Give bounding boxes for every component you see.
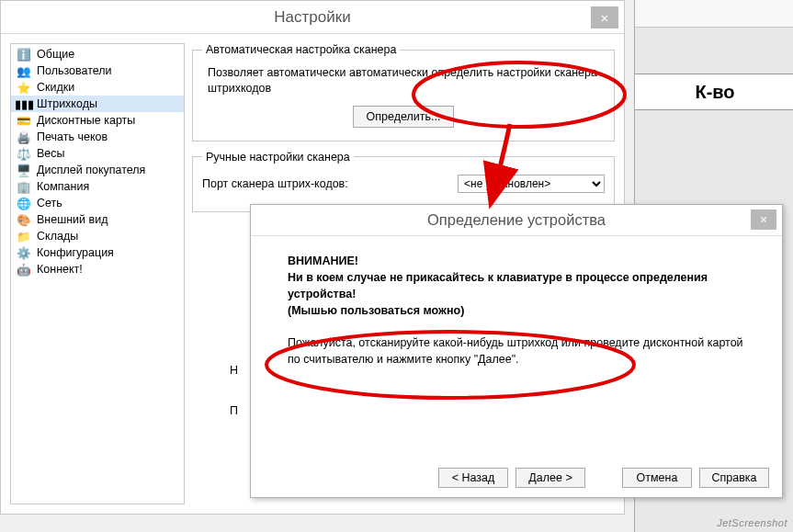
- sidebar-icon: 🌐: [17, 196, 31, 210]
- warn-line2: (Мышью пользоваться можно): [288, 304, 464, 317]
- next-button[interactable]: Далее >: [515, 468, 585, 488]
- sidebar-icon: ⚙️: [17, 245, 31, 260]
- sidebar-item-7[interactable]: 🖥️Дисплей покупателя: [11, 162, 184, 178]
- sidebar-label: Конфигурация: [37, 246, 114, 259]
- sidebar-item-4[interactable]: 💳Дисконтные карты: [11, 112, 184, 129]
- settings-title: Настройки: [274, 8, 350, 27]
- port-row: Порт сканера штрих-кодов: <не установлен…: [202, 175, 605, 193]
- sidebar-item-13[interactable]: 🤖Коннект!: [11, 261, 184, 277]
- sidebar-label: Компания: [37, 180, 89, 193]
- bg-column-header: К-во: [635, 74, 793, 110]
- bg-column-label: К-во: [695, 82, 734, 103]
- dialog-instruction: Пожалуйста, отсканируйте какой-нибудь шт…: [288, 334, 745, 368]
- sidebar-label: Печать чеков: [37, 130, 108, 143]
- sidebar-icon: 👥: [17, 63, 31, 78]
- sidebar-label: Скидки: [37, 81, 74, 94]
- bg-toolbar: [635, 0, 793, 28]
- sidebar-item-1[interactable]: 👥Пользователи: [11, 62, 184, 79]
- port-label: Порт сканера штрих-кодов:: [202, 177, 348, 190]
- sidebar-item-2[interactable]: ⭐Скидки: [11, 79, 184, 96]
- dialog-body: ВНИМАНИЕ! Ни в коем случае не прикасайте…: [251, 236, 782, 391]
- warn-line1: Ни в коем случае не прикасайтесь к клави…: [288, 271, 708, 300]
- sidebar-label: Склады: [37, 230, 78, 243]
- sidebar-icon: ℹ️: [17, 47, 31, 62]
- sidebar-label: Дисконтные карты: [37, 114, 135, 127]
- sidebar-icon: ▮▮▮: [17, 96, 31, 111]
- sidebar-icon: 💳: [17, 113, 31, 128]
- sidebar-icon: ⭐: [17, 80, 31, 95]
- sidebar-label: Сеть: [37, 197, 62, 209]
- sidebar-label: Пользователи: [37, 64, 112, 77]
- sidebar-label: Внешний вид: [37, 213, 108, 226]
- dialog-button-row: < Назад Далее > Отмена Справка: [438, 468, 769, 488]
- sidebar-icon: 🤖: [17, 262, 31, 277]
- manual-scanner-group: Ручные настройки сканера Порт сканера шт…: [192, 151, 615, 212]
- warn-title: ВНИМАНИЕ!: [288, 255, 358, 267]
- button-spacer: [593, 468, 615, 488]
- back-button[interactable]: < Назад: [438, 468, 508, 488]
- dialog-warning: ВНИМАНИЕ! Ни в коем случае не прикасайте…: [288, 253, 745, 320]
- detect-button[interactable]: Определить...: [353, 106, 455, 128]
- sidebar-item-6[interactable]: ⚖️Весы: [11, 145, 184, 162]
- sidebar-item-11[interactable]: 📁Склады: [11, 228, 184, 244]
- sidebar-icon: 🎨: [17, 212, 31, 227]
- sidebar-item-3[interactable]: ▮▮▮Штрихкоды: [11, 96, 184, 112]
- obscured-text-2: П: [230, 404, 238, 417]
- device-detect-dialog: Определение устройства × ВНИМАНИЕ! Ни в …: [250, 204, 783, 498]
- sidebar-icon: 🏢: [17, 179, 31, 194]
- sidebar-label: Штрихкоды: [37, 97, 97, 110]
- dialog-titlebar: Определение устройства ×: [251, 205, 782, 236]
- settings-titlebar: Настройки ×: [1, 1, 624, 34]
- close-button[interactable]: ×: [591, 6, 618, 28]
- sidebar-item-12[interactable]: ⚙️Конфигурация: [11, 244, 184, 261]
- sidebar-icon: 📁: [17, 229, 31, 243]
- sidebar-icon: 🖨️: [17, 130, 31, 144]
- manual-scanner-legend: Ручные настройки сканера: [202, 151, 354, 164]
- sidebar-label: Весы: [37, 147, 65, 160]
- sidebar-icon: ⚖️: [17, 146, 31, 161]
- auto-scanner-group: Автоматическая настройка сканера Позволя…: [192, 43, 615, 141]
- watermark: JetScreenshot: [717, 517, 787, 528]
- port-dropdown[interactable]: <не установлен>: [458, 175, 605, 193]
- sidebar-label: Общие: [37, 48, 74, 61]
- cancel-button[interactable]: Отмена: [622, 468, 692, 488]
- sidebar-item-8[interactable]: 🏢Компания: [11, 178, 184, 195]
- sidebar-item-10[interactable]: 🎨Внешний вид: [11, 211, 184, 228]
- sidebar-icon: 🖥️: [17, 163, 31, 177]
- sidebar-item-5[interactable]: 🖨️Печать чеков: [11, 129, 184, 145]
- sidebar-item-0[interactable]: ℹ️Общие: [11, 46, 184, 62]
- auto-scanner-legend: Автоматическая настройка сканера: [202, 43, 400, 56]
- dialog-title: Определение устройства: [427, 211, 606, 229]
- settings-sidebar: ℹ️Общие👥Пользователи⭐Скидки▮▮▮Штрихкоды💳…: [10, 43, 185, 504]
- sidebar-label: Дисплей покупателя: [37, 164, 145, 176]
- help-button[interactable]: Справка: [699, 468, 769, 488]
- auto-scanner-desc: Позволяет автоматически автоматически оп…: [208, 65, 599, 96]
- sidebar-label: Коннект!: [37, 263, 83, 276]
- obscured-text-1: Н: [230, 364, 238, 377]
- sidebar-item-9[interactable]: 🌐Сеть: [11, 195, 184, 211]
- dialog-close-button[interactable]: ×: [751, 209, 776, 230]
